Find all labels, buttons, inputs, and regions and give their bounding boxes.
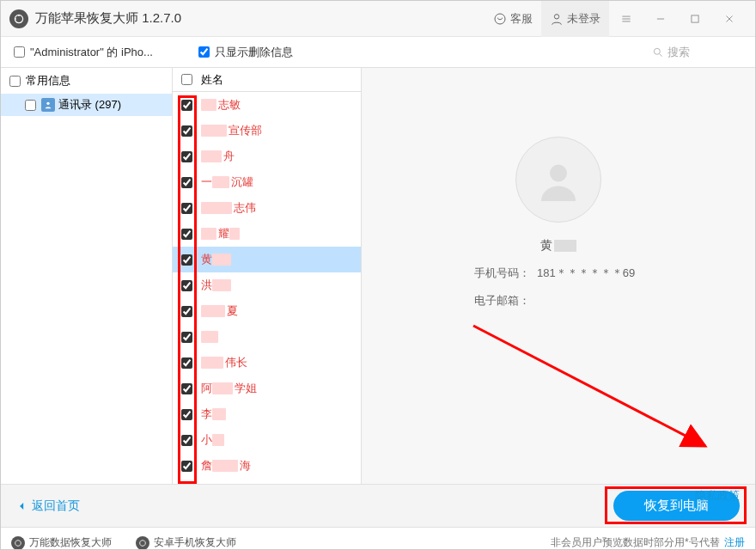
email-label: 电子邮箱： bbox=[460, 293, 537, 309]
category-checkbox[interactable] bbox=[9, 76, 21, 87]
device-checkbox[interactable] bbox=[14, 46, 25, 58]
contacts-label: 通讯录 (297) bbox=[58, 97, 121, 113]
sidebar-category[interactable]: 常用信息 bbox=[1, 68, 172, 94]
svg-point-4 bbox=[46, 102, 49, 105]
support-button[interactable]: 客服 bbox=[485, 1, 541, 37]
svg-point-0 bbox=[495, 14, 505, 24]
contact-name-text: 黄 bbox=[540, 238, 552, 254]
device-select[interactable]: "Administrator" 的 iPho... bbox=[14, 45, 168, 60]
filter-deleted[interactable]: 只显示删除信息 bbox=[198, 45, 293, 60]
avatar bbox=[515, 137, 601, 223]
row-checkbox[interactable] bbox=[181, 358, 192, 369]
product-icon-1 bbox=[11, 536, 25, 550]
email-value bbox=[537, 293, 657, 309]
contacts-icon bbox=[41, 98, 55, 112]
list-item[interactable]: 志敏 bbox=[173, 92, 361, 118]
row-checkbox[interactable] bbox=[181, 435, 192, 446]
row-checkbox[interactable] bbox=[181, 280, 192, 291]
row-checkbox[interactable] bbox=[181, 254, 192, 266]
svg-point-1 bbox=[554, 14, 558, 18]
email-field: 电子邮箱： bbox=[379, 293, 738, 309]
list-item[interactable]: 黄 bbox=[173, 247, 361, 272]
app-logo bbox=[9, 9, 28, 28]
phone-label: 手机号码： bbox=[460, 266, 537, 281]
row-checkbox[interactable] bbox=[181, 151, 192, 162]
annotation-arrow bbox=[465, 317, 722, 463]
list-item[interactable]: 宣传部 bbox=[173, 118, 361, 144]
login-label: 未登录 bbox=[567, 11, 601, 27]
contact-detail: 黄 手机号码： 181＊＊＊＊＊＊69 电子邮箱： bbox=[362, 68, 755, 484]
list-rows: 志敏宣传部舟一沉罐志伟耀黄洪夏伟长阿学姐李小詹海 bbox=[173, 92, 361, 484]
row-checkbox[interactable] bbox=[181, 203, 192, 214]
search-placeholder: 搜索 bbox=[668, 45, 690, 60]
product-label-2: 安卓手机恢复大师 bbox=[154, 535, 236, 550]
row-checkbox[interactable] bbox=[181, 125, 192, 137]
register-link[interactable]: 注册 bbox=[724, 536, 745, 548]
product-label-1: 万能数据恢复大师 bbox=[29, 535, 112, 550]
bottom-bar: 万能数据恢复大师 安卓手机恢复大师 非会员用户预览数据时部分用*号代替 注册 bbox=[1, 527, 755, 550]
category-label: 常用信息 bbox=[26, 73, 70, 89]
select-all-checkbox[interactable] bbox=[181, 74, 192, 85]
maximize-button[interactable] bbox=[678, 1, 712, 37]
back-icon bbox=[16, 500, 28, 512]
app-title: 万能苹果恢复大师 1.2.7.0 bbox=[35, 10, 181, 27]
row-checkbox[interactable] bbox=[181, 306, 192, 317]
contact-list: 姓名 志敏宣传部舟一沉罐志伟耀黄洪夏伟长阿学姐李小詹海 bbox=[173, 68, 362, 484]
control-row: "Administrator" 的 iPho... 只显示删除信息 搜索 bbox=[1, 37, 755, 68]
minimize-button[interactable] bbox=[643, 1, 678, 37]
row-checkbox[interactable] bbox=[181, 100, 192, 111]
close-button[interactable] bbox=[712, 1, 747, 37]
svg-point-3 bbox=[654, 48, 660, 54]
list-item[interactable]: 李 bbox=[173, 401, 361, 427]
sidebar: 常用信息 通讯录 (297) bbox=[1, 68, 173, 484]
svg-point-5 bbox=[550, 165, 567, 182]
list-item[interactable]: 阿学姐 bbox=[173, 376, 361, 401]
list-item[interactable]: 舟 bbox=[173, 144, 361, 169]
list-item[interactable]: 詹海 bbox=[173, 453, 361, 479]
device-label: "Administrator" 的 iPho... bbox=[30, 45, 153, 60]
product-link-2[interactable]: 安卓手机恢复大师 bbox=[136, 535, 236, 550]
main-area: 常用信息 通讯录 (297) 姓名 志敏宣传部舟一沉罐志伟耀黄洪夏伟长阿学姐李小… bbox=[1, 68, 755, 484]
list-item[interactable]: 洪 bbox=[173, 272, 361, 298]
search-icon bbox=[652, 46, 664, 58]
search-input[interactable]: 搜索 bbox=[648, 42, 742, 63]
row-checkbox[interactable] bbox=[181, 409, 192, 420]
filter-label: 只显示删除信息 bbox=[215, 45, 293, 60]
row-checkbox[interactable] bbox=[181, 177, 192, 188]
row-checkbox[interactable] bbox=[181, 229, 192, 240]
svg-rect-2 bbox=[692, 15, 698, 21]
row-checkbox[interactable] bbox=[181, 332, 192, 343]
row-checkbox[interactable] bbox=[181, 461, 192, 472]
list-item[interactable]: 夏 bbox=[173, 298, 361, 324]
list-item[interactable]: 耀 bbox=[173, 221, 361, 247]
phone-field: 手机号码： 181＊＊＊＊＊＊69 bbox=[379, 266, 738, 281]
list-item[interactable]: 一沉罐 bbox=[173, 169, 361, 195]
list-header[interactable]: 姓名 bbox=[173, 68, 361, 92]
sidebar-item-contacts[interactable]: 通讯录 (297) bbox=[1, 94, 172, 116]
back-label: 返回首页 bbox=[32, 498, 80, 514]
action-bar: 返回首页 隐私政策 恢复到电脑 bbox=[1, 484, 755, 527]
list-item[interactable]: 伟长 bbox=[173, 350, 361, 376]
privacy-link[interactable]: 隐私政策 bbox=[695, 488, 740, 504]
name-mask bbox=[554, 240, 576, 252]
preview-note: 非会员用户预览数据时部分用*号代替 注册 bbox=[551, 535, 745, 550]
row-checkbox[interactable] bbox=[181, 383, 192, 394]
product-icon-2 bbox=[136, 536, 149, 550]
contact-name: 黄 bbox=[540, 238, 576, 254]
support-label: 客服 bbox=[510, 11, 533, 27]
phone-value: 181＊＊＊＊＊＊69 bbox=[537, 266, 657, 281]
menu-button[interactable] bbox=[609, 1, 643, 37]
product-link-1[interactable]: 万能数据恢复大师 bbox=[11, 535, 112, 550]
contacts-checkbox[interactable] bbox=[25, 100, 36, 111]
filter-checkbox[interactable] bbox=[198, 46, 210, 58]
note-text: 非会员用户预览数据时部分用*号代替 bbox=[551, 536, 720, 548]
list-item[interactable]: 小 bbox=[173, 427, 361, 453]
login-button[interactable]: 未登录 bbox=[541, 1, 609, 37]
list-header-label: 姓名 bbox=[201, 72, 223, 88]
list-item[interactable] bbox=[173, 324, 361, 350]
titlebar: 万能苹果恢复大师 1.2.7.0 客服 未登录 bbox=[1, 1, 755, 37]
list-item[interactable]: 志伟 bbox=[173, 195, 361, 221]
back-button[interactable]: 返回首页 bbox=[16, 498, 80, 514]
